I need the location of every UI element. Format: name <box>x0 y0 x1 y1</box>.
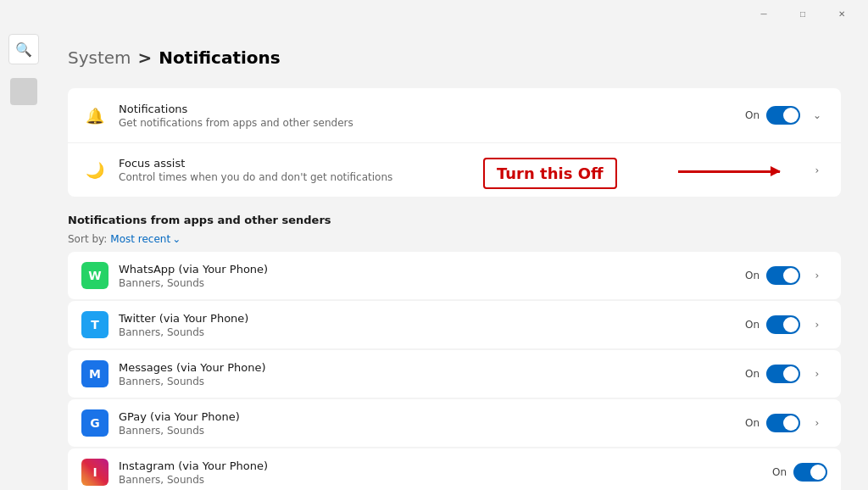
whatsapp-icon: W <box>81 262 108 289</box>
messages-desc: Banners, Sounds <box>119 376 745 387</box>
twitter-desc: Banners, Sounds <box>119 326 745 338</box>
notifications-toggle-label: On <box>745 109 760 121</box>
gpay-icon: G <box>81 409 108 437</box>
instagram-toggle-label: On <box>772 466 787 478</box>
list-item: I Instagram (via Your Phone) Banners, So… <box>68 448 841 490</box>
messages-toggle-label: On <box>745 368 760 380</box>
twitter-chevron[interactable]: › <box>807 315 827 335</box>
gpay-text: GPay (via Your Phone) Banners, Sounds <box>119 410 745 437</box>
twitter-toggle-label: On <box>745 319 760 331</box>
twitter-text: Twitter (via Your Phone) Banners, Sounds <box>119 312 745 338</box>
notifications-chevron[interactable]: ⌄ <box>807 105 827 125</box>
section-header: Notifications from apps and other sender… <box>68 214 841 245</box>
whatsapp-chevron[interactable]: › <box>807 265 827 286</box>
breadcrumb-system: System <box>68 47 131 68</box>
gpay-desc: Banners, Sounds <box>119 425 745 437</box>
instagram-icon: I <box>81 459 108 486</box>
annotation-box: Turn this Off <box>483 158 617 189</box>
instagram-toggle[interactable] <box>793 463 827 482</box>
search-icon: 🔍 <box>15 42 32 58</box>
list-item: W WhatsApp (via Your Phone) Banners, Sou… <box>68 252 841 299</box>
app-list: W WhatsApp (via Your Phone) Banners, Sou… <box>68 252 841 490</box>
notifications-row: 🔔 Notifications Get notifications from a… <box>68 88 841 142</box>
instagram-desc: Banners, Sounds <box>119 474 772 486</box>
annotation-arrow <box>678 170 780 173</box>
sort-label: Sort by: <box>68 233 107 245</box>
gpay-name: GPay (via Your Phone) <box>119 410 745 423</box>
focus-assist-controls: › <box>807 160 827 181</box>
whatsapp-name: WhatsApp (via Your Phone) <box>119 263 745 276</box>
messages-text: Messages (via Your Phone) Banners, Sound… <box>119 361 745 387</box>
focus-assist-title: Focus assist <box>119 157 807 170</box>
sort-chevron-icon: ⌄ <box>172 233 181 245</box>
sidebar: 🔍 <box>0 27 47 490</box>
twitter-name: Twitter (via Your Phone) <box>119 312 745 325</box>
messages-icon: M <box>81 360 108 387</box>
section-title: Notifications from apps and other sender… <box>68 214 841 226</box>
whatsapp-toggle-label: On <box>745 270 760 281</box>
focus-assist-icon: 🌙 <box>81 157 108 184</box>
twitter-icon: T <box>81 311 108 338</box>
whatsapp-controls: On › <box>745 265 827 286</box>
gpay-chevron[interactable]: › <box>807 413 827 433</box>
notifications-icon: 🔔 <box>81 102 108 129</box>
gpay-controls: On › <box>745 413 827 433</box>
breadcrumb-separator: > <box>138 47 153 68</box>
messages-name: Messages (via Your Phone) <box>119 361 745 374</box>
messages-chevron[interactable]: › <box>807 364 827 384</box>
maximize-button[interactable]: □ <box>783 0 822 27</box>
focus-assist-row[interactable]: 🌙 Focus assist Control times when you do… <box>68 142 841 197</box>
list-item: M Messages (via Your Phone) Banners, Sou… <box>68 350 841 398</box>
main-content: System > Notifications Turn this Off 🔔 N… <box>47 27 868 490</box>
list-item: G GPay (via Your Phone) Banners, Sounds … <box>68 399 841 447</box>
arrow-line <box>678 170 780 173</box>
whatsapp-text: WhatsApp (via Your Phone) Banners, Sound… <box>119 263 745 289</box>
whatsapp-desc: Banners, Sounds <box>119 277 745 289</box>
content-area: 🔍 System > Notifications Turn this Off <box>0 27 868 490</box>
focus-assist-subtitle: Control times when you do and don't get … <box>119 171 807 183</box>
notifications-subtitle: Get notifications from apps and other se… <box>119 117 745 129</box>
notifications-controls: On ⌄ <box>745 105 827 125</box>
instagram-text: Instagram (via Your Phone) Banners, Soun… <box>119 459 772 486</box>
twitter-toggle[interactable] <box>766 315 800 334</box>
notifications-title: Notifications <box>119 103 745 115</box>
notifications-toggle[interactable] <box>766 106 800 125</box>
breadcrumb-current: Notifications <box>159 47 280 68</box>
search-button[interactable]: 🔍 <box>8 34 39 64</box>
messages-toggle[interactable] <box>766 365 800 383</box>
minimize-button[interactable]: ─ <box>744 0 783 27</box>
messages-controls: On › <box>745 364 827 384</box>
sort-row: Sort by: Most recent ⌄ <box>68 233 841 245</box>
gpay-toggle-label: On <box>745 417 760 429</box>
notifications-card: Turn this Off 🔔 Notifications Get notifi… <box>68 88 841 197</box>
notifications-text: Notifications Get notifications from app… <box>119 103 745 129</box>
breadcrumb: System > Notifications <box>68 47 841 68</box>
avatar <box>10 78 37 105</box>
close-button[interactable]: ✕ <box>822 0 861 27</box>
sort-value[interactable]: Most recent ⌄ <box>110 233 181 245</box>
whatsapp-toggle[interactable] <box>766 266 800 285</box>
instagram-controls: On <box>772 463 827 482</box>
twitter-controls: On › <box>745 315 827 335</box>
list-item: T Twitter (via Your Phone) Banners, Soun… <box>68 301 841 348</box>
focus-assist-chevron[interactable]: › <box>807 160 827 181</box>
settings-window: ─ □ ✕ 🔍 System > Notifications Turn this… <box>0 0 868 490</box>
gpay-toggle[interactable] <box>766 414 800 432</box>
title-bar: ─ □ ✕ <box>0 0 868 27</box>
instagram-name: Instagram (via Your Phone) <box>119 459 772 472</box>
